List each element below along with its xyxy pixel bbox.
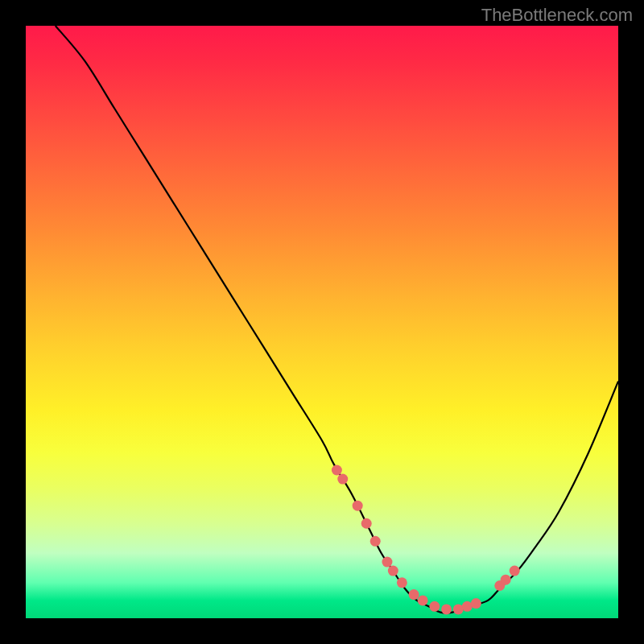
marker-dot xyxy=(370,536,381,547)
marker-dot xyxy=(418,595,428,605)
marker-dot xyxy=(501,575,511,585)
marker-dot xyxy=(471,598,481,609)
marker-dot xyxy=(337,474,348,485)
chart-plot-area xyxy=(26,26,618,618)
marker-dot xyxy=(382,557,392,568)
marker-dot xyxy=(453,604,464,614)
chart-svg xyxy=(26,26,618,618)
marker-dot xyxy=(397,577,407,588)
marker-dot xyxy=(510,566,520,576)
marker-dot xyxy=(441,604,452,614)
attribution-text: TheBottleneck.com xyxy=(481,5,633,26)
marker-dot xyxy=(462,601,473,612)
marker-dot xyxy=(353,501,363,511)
marker-dot xyxy=(388,566,398,576)
marker-dots-group xyxy=(332,465,520,615)
marker-dot xyxy=(409,589,419,600)
marker-dot xyxy=(429,601,440,612)
bottleneck-curve xyxy=(56,26,618,613)
marker-dot xyxy=(332,465,342,476)
marker-dot xyxy=(361,518,372,529)
